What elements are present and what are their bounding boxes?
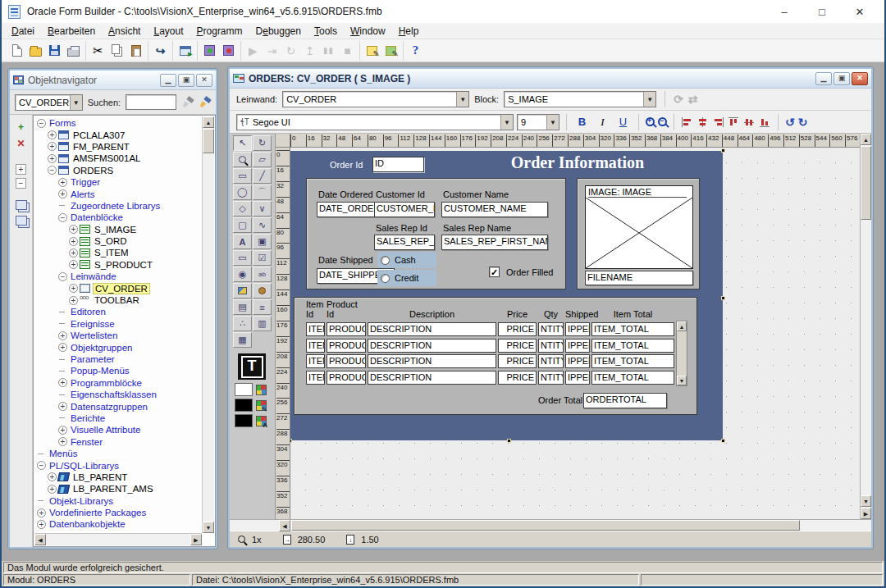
scroll-left-icon[interactable]: ◀ [279,520,290,531]
expand-node-icon[interactable]: + [48,485,57,494]
scroll-down-icon[interactable]: ▼ [203,522,214,533]
item-row4-description-field[interactable]: DESCRIPTION [368,371,496,385]
navigator-titlebar[interactable]: Objektnavigator ▁ ▣ ✕ [10,71,216,90]
text-color-well-button[interactable]: T [238,353,266,380]
item-row4-item-total-field[interactable]: ITEM_TOTAL [591,371,674,385]
italic-button[interactable]: I [594,114,611,130]
tree-item-fm-parent[interactable]: +FM_PARENT [35,141,202,153]
push-button-tool-icon[interactable]: ▭ [233,250,252,266]
block-select[interactable]: S_IMAGE ▼ [504,91,656,107]
menu-debuggen[interactable]: Debuggen [249,24,308,39]
sales-rep-id-field[interactable]: SALES_REP_ID [374,235,435,250]
align-right-icon[interactable] [712,116,724,128]
customer-id-field[interactable]: CUSTOMER_ID [374,202,435,217]
tree-item-parameter[interactable]: Parameter [35,353,202,365]
navigator-horizontal-scrollbar[interactable]: ◀ ▶ [34,533,202,545]
item-row3-item-total-field[interactable]: ITEM_TOTAL [591,354,674,368]
image-item-tool-icon[interactable] [233,283,252,299]
cut-icon[interactable]: ✂ [89,42,107,60]
line-tool-icon[interactable]: ╱ [253,168,272,184]
magnify-tool-icon[interactable] [233,152,252,167]
collapse-icon[interactable]: − [16,178,26,189]
expand-node-icon[interactable]: + [69,237,78,246]
menu-ansicht[interactable]: Ansicht [102,24,147,39]
ole-item-tool-icon[interactable] [253,283,272,299]
align-center-horizontal-icon[interactable] [696,116,709,128]
collapse-node-icon[interactable]: − [58,272,67,281]
tree-item-programmbl-cke[interactable]: +Programmblöcke [35,377,202,389]
item-row2-qty-field[interactable]: NTITY [538,339,564,353]
line-color-icon[interactable] [256,400,267,411]
tree-item-wertelisten[interactable]: +Wertelisten [35,330,202,341]
menu-tools[interactable]: Tools [308,24,344,39]
item-row2-description-field[interactable]: DESCRIPTION [368,339,496,353]
item-row2-price-field[interactable]: PRICE [498,339,537,353]
fill-color-icon[interactable] [256,385,267,395]
canvas-select[interactable]: CV_ORDER ▼ [282,91,469,107]
canvas-viewport[interactable]: Order Id ID Order Information Date Order… [290,148,860,519]
editor-vertical-scrollbar[interactable]: ▲ ▼ ▶ [860,134,871,519]
copy-icon[interactable] [107,42,126,60]
tree-item-s-product[interactable]: +S_PRODUCT [35,259,202,271]
scrollbar-thumb[interactable] [861,146,871,220]
collapse-node-icon[interactable]: − [37,119,46,128]
close-icon[interactable]: ✕ [842,1,878,22]
rotate-tool-icon[interactable]: ↻ [253,135,272,151]
text-color-icon[interactable] [256,416,267,426]
tree-item-objekt-librarys[interactable]: Objekt-Librarys [35,495,202,507]
item-row1-item-total-field[interactable]: ITEM_TOTAL [591,322,674,336]
tree-item-visuelle-attribute[interactable]: +Visuelle Attribute [35,424,202,435]
stacked-canvas-tool-icon[interactable]: ▦ [233,332,252,348]
rounded-rectangle-tool-icon[interactable]: ▢ [233,217,252,233]
font-select[interactable]: ꞎT Segoe UI ▼ [236,114,514,130]
datablock-wizard-icon[interactable] [363,42,381,60]
order-total-field[interactable]: ORDERTOTAL [583,393,667,408]
tree-item-pclala307[interactable]: +PCLALA307 [35,129,202,140]
item-row2-shipped-field[interactable]: IPPED [565,339,590,353]
text-color-swatch[interactable] [235,414,253,427]
navigator-vertical-scrollbar[interactable]: ▲ ▼ [202,116,214,533]
chevron-down-icon[interactable]: ▼ [500,115,513,130]
tree-item-ereignisse[interactable]: Ereignisse [35,318,202,330]
checkbox-tool-icon[interactable]: ☑ [253,250,272,266]
help-icon[interactable]: ? [406,42,425,60]
expand-node-icon[interactable]: + [58,402,67,411]
expand-node-icon[interactable]: + [48,130,57,139]
tree-item-popup-men-s[interactable]: Popup-Menüs [35,365,202,376]
expand-node-icon[interactable]: + [69,296,78,305]
item-row1-product-id-field[interactable]: PRODUCT [327,322,366,336]
tree-item-vordefinierte-packages[interactable]: +Vordefinierte Packages [35,507,202,518]
expand-all-icon[interactable] [16,200,27,210]
radio-button-tool-icon[interactable]: ◉ [233,267,252,282]
expand-node-icon[interactable]: + [58,189,67,198]
tree-item-datenbankobjekte[interactable]: +Datenbankobjekte [35,518,202,530]
scroll-down-icon[interactable]: ▼ [861,495,871,507]
align-middle-icon[interactable] [743,116,756,128]
expand-node-icon[interactable]: + [58,378,67,387]
tree-item-forms[interactable]: −Forms [35,117,202,129]
image-item[interactable]: IMAGE: IMAGE [585,185,693,269]
tree-item-lb-parent-ams[interactable]: +LB_PARENT_AMS [35,483,202,495]
order-id-field[interactable]: ID [372,157,424,172]
polygon-tool-icon[interactable]: ◇ [233,201,252,217]
selection-handle[interactable] [507,439,511,443]
display-item-tool-icon[interactable]: ▤ [233,299,252,315]
align-left-icon[interactable] [681,116,693,128]
list-item-tool-icon[interactable]: ≡ [253,299,272,315]
scroll-right-icon[interactable]: ▶ [190,534,202,545]
font-size-select[interactable]: 9 ▼ [517,114,559,130]
image-panel[interactable]: IMAGE: IMAGE FILENAME [577,178,700,289]
text-item-tool-icon[interactable]: ab [253,267,272,282]
item-row3-qty-field[interactable]: NTITY [538,354,564,368]
item-row4-item-id-field[interactable]: ITEM [306,371,325,385]
expand-icon[interactable]: + [16,164,26,175]
expand-node-icon[interactable]: + [69,260,78,269]
align-top-icon[interactable] [728,116,740,128]
item-row4-shipped-field[interactable]: IPPED [565,371,590,385]
expand-node-icon[interactable]: + [58,331,67,340]
run-form-icon[interactable] [176,42,194,60]
scroll-up-icon[interactable]: ▲ [677,321,687,331]
expand-node-icon[interactable]: + [48,142,57,151]
expand-node-icon[interactable]: + [48,154,57,163]
tree-item-toolbar[interactable]: +TOOLBAR [35,294,202,306]
